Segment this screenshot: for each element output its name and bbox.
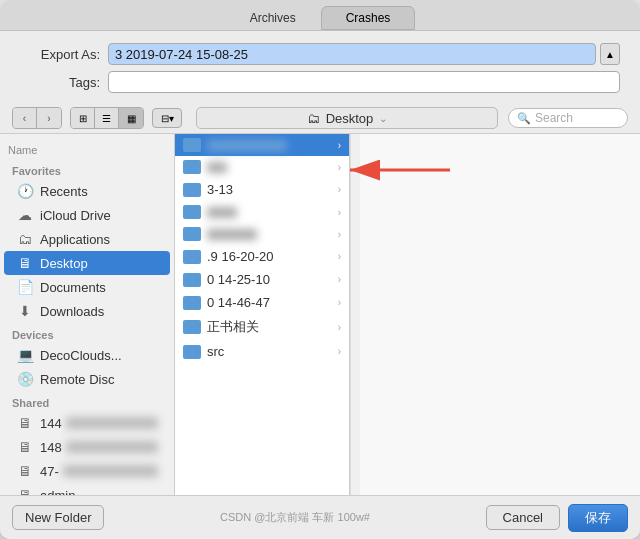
sidebar-item-downloads-label: Downloads bbox=[40, 304, 104, 319]
expand-button[interactable]: ▲ bbox=[600, 43, 620, 65]
main-content: Name Favorites 🕐 Recents ☁ iCloud Drive … bbox=[0, 134, 640, 495]
tab-bar: Archives Crashes bbox=[0, 0, 640, 31]
chevron-icon-9: › bbox=[338, 346, 341, 357]
export-row: Export As: ▲ bbox=[20, 43, 620, 65]
cancel-button[interactable]: Cancel bbox=[486, 505, 560, 530]
shared-section-label: Shared bbox=[0, 391, 174, 411]
remote-icon: 💿 bbox=[16, 370, 34, 388]
action-button[interactable]: ⊟▾ bbox=[152, 108, 182, 128]
deco-icon: 💻 bbox=[16, 346, 34, 364]
view-list-button[interactable]: ☰ bbox=[95, 108, 119, 128]
sidebar-item-remote-label: Remote Disc bbox=[40, 372, 114, 387]
applications-icon: 🗂 bbox=[16, 230, 34, 248]
chevron-icon-6: › bbox=[338, 274, 341, 285]
arrow-annotation bbox=[360, 134, 520, 210]
chevron-icon-3: › bbox=[338, 207, 341, 218]
location-bar[interactable]: 🗂 Desktop ⌄ bbox=[196, 107, 498, 129]
sidebar-item-deco[interactable]: 💻 DecoClouds... bbox=[4, 343, 170, 367]
sidebar-item-admin-label: admin bbox=[40, 488, 75, 496]
tab-crashes[interactable]: Crashes bbox=[321, 6, 416, 30]
file-item-7[interactable]: 0 14-46-47 › bbox=[175, 291, 349, 314]
s47-icon: 🖥 bbox=[16, 462, 34, 480]
s144-icon: 🖥 bbox=[16, 414, 34, 432]
s148-icon: 🖥 bbox=[16, 438, 34, 456]
search-bar[interactable]: 🔍 Search bbox=[508, 108, 628, 128]
folder-icon-9 bbox=[183, 345, 201, 359]
tab-archives[interactable]: Archives bbox=[225, 6, 321, 30]
folder-icon-6 bbox=[183, 273, 201, 287]
sidebar-item-downloads[interactable]: ⬇ Downloads bbox=[4, 299, 170, 323]
file-item-9[interactable]: src › bbox=[175, 340, 349, 363]
chevron-icon-2: › bbox=[338, 184, 341, 195]
search-placeholder-text: Search bbox=[535, 111, 573, 125]
sidebar-item-icloud-label: iCloud Drive bbox=[40, 208, 111, 223]
folder-icon-1 bbox=[183, 160, 201, 174]
sidebar-item-recents[interactable]: 🕐 Recents bbox=[4, 179, 170, 203]
tags-row: Tags: bbox=[20, 71, 620, 93]
folder-icon-3 bbox=[183, 205, 201, 219]
chevron-icon-8: › bbox=[338, 322, 341, 333]
location-arrow-icon: ⌄ bbox=[379, 113, 387, 124]
tags-input[interactable] bbox=[108, 71, 620, 93]
favorites-section-label: Favorites bbox=[0, 159, 174, 179]
folder-icon-8 bbox=[183, 320, 201, 334]
folder-icon-2 bbox=[183, 183, 201, 197]
file-item-5[interactable]: .9 16-20-20 › bbox=[175, 245, 349, 268]
view-column-button[interactable]: ▦ bbox=[119, 108, 143, 128]
devices-section-label: Devices bbox=[0, 323, 174, 343]
search-icon: 🔍 bbox=[517, 112, 531, 125]
folder-icon-0 bbox=[183, 138, 201, 152]
admin-icon: 🖥 bbox=[16, 486, 34, 495]
sidebar: Name Favorites 🕐 Recents ☁ iCloud Drive … bbox=[0, 134, 175, 495]
watermark-text: CSDN @北京前端 车新 100w# bbox=[220, 510, 370, 525]
location-text: Desktop bbox=[326, 111, 374, 126]
tags-label: Tags: bbox=[20, 75, 100, 90]
sidebar-item-remote[interactable]: 💿 Remote Disc bbox=[4, 367, 170, 391]
sidebar-item-s144[interactable]: 🖥 144 bbox=[4, 411, 170, 435]
file-name-5: .9 16-20-20 bbox=[207, 249, 274, 264]
file-column: › › 3-13 › › bbox=[175, 134, 350, 495]
desktop-icon: 🖥 bbox=[16, 254, 34, 272]
export-section: Export As: ▲ Tags: bbox=[0, 31, 640, 103]
file-item-6[interactable]: 0 14-25-10 › bbox=[175, 268, 349, 291]
sidebar-item-documents[interactable]: 📄 Documents bbox=[4, 275, 170, 299]
sidebar-item-s144-label: 144 bbox=[40, 416, 62, 431]
export-input[interactable] bbox=[108, 43, 596, 65]
sidebar-item-s148[interactable]: 🖥 148 bbox=[4, 435, 170, 459]
sidebar-item-documents-label: Documents bbox=[40, 280, 106, 295]
scrollbar[interactable] bbox=[350, 134, 360, 495]
nav-group: ‹ › bbox=[12, 107, 62, 129]
file-item-2[interactable]: 3-13 › bbox=[175, 178, 349, 201]
chevron-icon-1: › bbox=[338, 162, 341, 173]
toolbar: ‹ › ⊞ ☰ ▦ ⊟▾ 🗂 Desktop ⌄ 🔍 Search bbox=[0, 103, 640, 134]
back-button[interactable]: ‹ bbox=[13, 108, 37, 128]
sidebar-item-s47[interactable]: 🖥 47- bbox=[4, 459, 170, 483]
file-name-9: src bbox=[207, 344, 224, 359]
sidebar-item-icloud[interactable]: ☁ iCloud Drive bbox=[4, 203, 170, 227]
sidebar-item-deco-label: DecoClouds... bbox=[40, 348, 122, 363]
sidebar-item-s47-label: 47- bbox=[40, 464, 59, 479]
file-name-7: 0 14-46-47 bbox=[207, 295, 270, 310]
chevron-icon-4: › bbox=[338, 229, 341, 240]
file-item-8[interactable]: 正书相关 › bbox=[175, 314, 349, 340]
sidebar-item-desktop[interactable]: 🖥 Desktop bbox=[4, 251, 170, 275]
view-group: ⊞ ☰ ▦ bbox=[70, 107, 144, 129]
new-folder-button[interactable]: New Folder bbox=[12, 505, 104, 530]
export-label: Export As: bbox=[20, 47, 100, 62]
sidebar-item-applications-label: Applications bbox=[40, 232, 110, 247]
sidebar-item-applications[interactable]: 🗂 Applications bbox=[4, 227, 170, 251]
file-item-1[interactable]: › bbox=[175, 156, 349, 178]
name-column-header: Name bbox=[0, 142, 174, 159]
file-item-3[interactable]: › bbox=[175, 201, 349, 223]
file-item-0[interactable]: › bbox=[175, 134, 349, 156]
save-button[interactable]: 保存 bbox=[568, 504, 628, 532]
chevron-icon-7: › bbox=[338, 297, 341, 308]
file-area: › › 3-13 › › bbox=[175, 134, 640, 495]
icloud-icon: ☁ bbox=[16, 206, 34, 224]
sidebar-item-admin[interactable]: 🖥 admin bbox=[4, 483, 170, 495]
view-icon-button[interactable]: ⊞ bbox=[71, 108, 95, 128]
forward-button[interactable]: › bbox=[37, 108, 61, 128]
folder-icon-4 bbox=[183, 227, 201, 241]
documents-icon: 📄 bbox=[16, 278, 34, 296]
file-item-4[interactable]: › bbox=[175, 223, 349, 245]
